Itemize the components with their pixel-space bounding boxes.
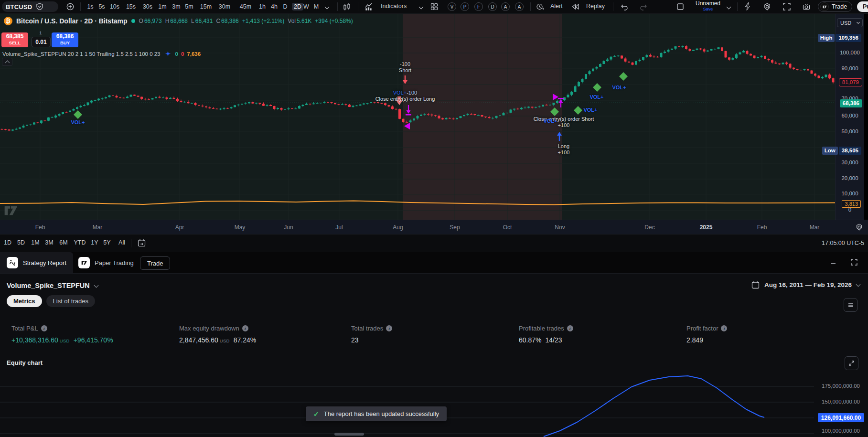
range-toolbar: 17:05:00 UTC-5 1D5D1M3M6MYTD1Y5YAll bbox=[0, 234, 868, 253]
interval-button-W[interactable]: W bbox=[301, 3, 311, 11]
quick-layout-button-V0[interactable]: V bbox=[448, 2, 456, 11]
strategy-title-dropdown[interactable]: Volume_Spike_STEPFUN bbox=[7, 282, 98, 289]
header-vol-value: 5.61K bbox=[297, 18, 311, 24]
interval-button-5s[interactable]: 5s bbox=[96, 3, 107, 11]
quantity-field[interactable]: 0.01 bbox=[32, 37, 51, 47]
interval-button-5m[interactable]: 5m bbox=[183, 3, 195, 11]
interval-button-45m[interactable]: 45m bbox=[238, 3, 253, 11]
tab-strategy-report[interactable]: Strategy Report bbox=[0, 252, 73, 273]
info-icon[interactable]: i bbox=[721, 325, 727, 331]
interval-button-10s[interactable]: 10s bbox=[108, 3, 121, 11]
layout-square-icon[interactable] bbox=[676, 3, 684, 11]
screenshot-camera-icon[interactable] bbox=[803, 3, 810, 11]
quick-layout-button-F2[interactable]: F bbox=[474, 2, 483, 11]
axis-settings-gear-icon[interactable] bbox=[856, 224, 863, 231]
time-axis-label: Mar bbox=[810, 224, 820, 231]
report-layout-icon[interactable] bbox=[844, 298, 857, 312]
sell-button[interactable]: 68,385 SELL bbox=[1, 32, 28, 47]
interval-button-15s[interactable]: 15s bbox=[124, 3, 138, 11]
minimize-panel-icon[interactable] bbox=[829, 258, 837, 266]
publish-button[interactable]: Pub bbox=[857, 1, 868, 12]
trade-button[interactable]: Trade bbox=[818, 1, 852, 12]
strategy-sparkle-icon[interactable] bbox=[165, 51, 171, 57]
currency-label: USD bbox=[840, 20, 851, 26]
header-vol-label: Vol bbox=[288, 18, 296, 24]
panel-trade-button[interactable]: Trade bbox=[140, 256, 170, 270]
interval-button-D[interactable]: D bbox=[281, 3, 289, 11]
info-icon[interactable]: i bbox=[567, 325, 573, 331]
maximize-panel-icon[interactable] bbox=[850, 258, 858, 266]
redo-icon[interactable] bbox=[639, 3, 648, 11]
range-button-YTD[interactable]: YTD bbox=[74, 239, 86, 246]
symbol-title[interactable]: Bitcoin / U.S. Dollar · 2D · Bitstamp bbox=[16, 17, 128, 25]
quick-layout-button-D3[interactable]: D bbox=[488, 2, 497, 11]
layout-chevron-icon[interactable] bbox=[727, 5, 731, 10]
expand-equity-chart-icon[interactable] bbox=[845, 356, 858, 370]
interval-button-4h[interactable]: 4h bbox=[269, 3, 279, 11]
interval-button-1m[interactable]: 1m bbox=[156, 3, 168, 11]
goto-date-calendar-icon[interactable] bbox=[138, 239, 146, 247]
indicators-button[interactable]: Indicators bbox=[381, 3, 407, 10]
layout-name-button[interactable]: Unnamed Save bbox=[691, 0, 725, 12]
replay-button[interactable]: Replay bbox=[586, 3, 605, 10]
interval-button-M[interactable]: M bbox=[312, 3, 321, 11]
alert-clock-icon[interactable] bbox=[536, 3, 545, 11]
range-button-1D[interactable]: 1D bbox=[4, 239, 11, 246]
strategy-legend-text: Volume_Spike_STEPFUN 20 2 1 1 50 Trailin… bbox=[2, 51, 161, 57]
interval-button-3m[interactable]: 3m bbox=[170, 3, 182, 11]
symbol-header: ₿ Bitcoin / U.S. Dollar · 2D · Bitstamp … bbox=[4, 16, 353, 26]
range-button-3M[interactable]: 3M bbox=[45, 239, 53, 246]
tab-paper-trading[interactable]: Paper Trading bbox=[72, 252, 140, 273]
time-axis-label: Nov bbox=[555, 224, 565, 231]
currency-dropdown[interactable]: USD bbox=[837, 18, 863, 27]
interval-button-1h[interactable]: 1h bbox=[257, 3, 268, 11]
strategy-report-panel: Strategy Report Paper Trading Trade Volu… bbox=[0, 252, 868, 437]
save-layout-button[interactable]: Save bbox=[691, 6, 725, 12]
info-icon[interactable]: i bbox=[41, 325, 47, 331]
range-button-5Y[interactable]: 5Y bbox=[103, 239, 110, 246]
info-icon[interactable]: i bbox=[386, 325, 392, 331]
layout-grid-icon[interactable] bbox=[430, 3, 438, 11]
quick-action-lightning-icon[interactable] bbox=[744, 2, 751, 11]
info-icon[interactable]: i bbox=[242, 325, 248, 331]
tab-list-of-trades[interactable]: List of trades bbox=[46, 295, 95, 307]
settings-gear-icon[interactable] bbox=[763, 3, 771, 11]
quick-layout-button-A5[interactable]: A bbox=[515, 2, 524, 11]
chart-style-icon[interactable] bbox=[343, 3, 351, 11]
tab-metrics[interactable]: Metrics bbox=[7, 295, 42, 307]
buy-button[interactable]: 68,386 BUY bbox=[52, 32, 78, 47]
calendar-icon bbox=[751, 281, 760, 289]
strategy-legend[interactable]: Volume_Spike_STEPFUN 20 2 1 1 50 Trailin… bbox=[2, 51, 204, 57]
quick-layout-button-A4[interactable]: A bbox=[501, 2, 510, 11]
interval-button-1s[interactable]: 1s bbox=[85, 3, 95, 11]
interval-button-30s[interactable]: 30s bbox=[141, 3, 154, 11]
time-axis[interactable]: FebMarAprMayJunJulAugSepOctNovDec2025Feb… bbox=[0, 220, 868, 234]
collapse-pane-button[interactable] bbox=[2, 58, 12, 66]
equity-axis-label: 175,000,000.00 bbox=[822, 383, 860, 389]
range-button-All[interactable]: All bbox=[118, 239, 125, 246]
ohlc-key: O bbox=[139, 18, 143, 24]
replay-icon[interactable] bbox=[571, 3, 579, 10]
range-button-5D[interactable]: 5D bbox=[17, 239, 25, 246]
date-range-picker[interactable]: Aug 16, 2011 — Feb 19, 2026 bbox=[751, 281, 860, 289]
range-button-1Y[interactable]: 1Y bbox=[91, 239, 98, 246]
range-button-1M[interactable]: 1M bbox=[31, 239, 39, 246]
horizontal-scrollbar[interactable] bbox=[334, 433, 364, 436]
range-button-6M[interactable]: 6M bbox=[59, 239, 67, 246]
quick-layout-button-P1[interactable]: P bbox=[461, 2, 469, 11]
symbol-search-button[interactable]: BTCUSD bbox=[2, 1, 58, 12]
price-axis[interactable]: USD High109,356100,00090,00081,07970,000… bbox=[835, 13, 864, 220]
indicators-icon[interactable] bbox=[365, 3, 374, 11]
top-toolbar: BTCUSD 1s5s10s15s30s1m3m5m15m30m45m1h4hD… bbox=[0, 0, 868, 14]
alert-button[interactable]: Alert bbox=[550, 3, 563, 10]
interval-button-15m[interactable]: 15m bbox=[198, 3, 214, 11]
interval-menu-chevron-icon[interactable] bbox=[325, 5, 330, 10]
fullscreen-icon[interactable] bbox=[783, 3, 791, 11]
interval-button-30m[interactable]: 30m bbox=[217, 3, 232, 11]
vol-spike-label: VOL+ bbox=[71, 119, 85, 125]
indicators-chevron-icon[interactable] bbox=[419, 5, 424, 10]
clock-label[interactable]: 17:05:00 UTC-5 bbox=[822, 240, 864, 246]
undo-icon[interactable] bbox=[620, 3, 629, 11]
compare-add-icon[interactable] bbox=[66, 3, 74, 11]
strategy-tester-icon bbox=[7, 257, 18, 268]
